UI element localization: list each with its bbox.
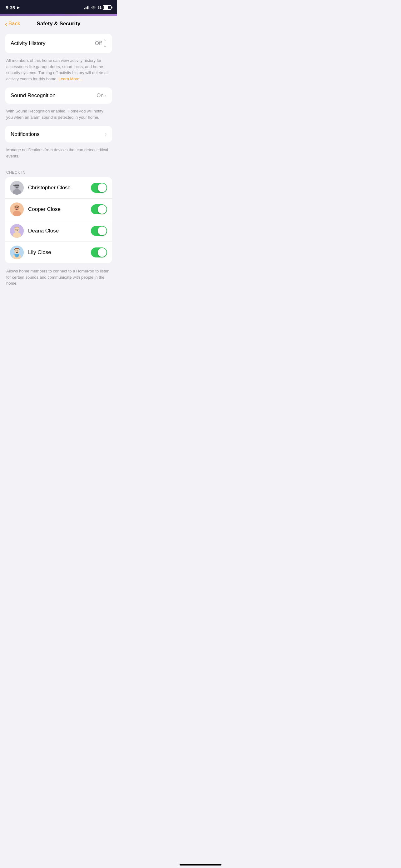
back-label: Back <box>8 21 20 27</box>
list-item: Christopher Close <box>5 177 112 199</box>
toggle-knob <box>98 183 106 192</box>
status-icons: 61 <box>84 5 111 10</box>
notifications-description: Manage notifications from devices that c… <box>5 145 112 163</box>
activity-history-card: Activity History Off ⌃⌄ <box>5 34 112 53</box>
check-in-bottom-description: Allows home members to connect to a Home… <box>5 266 112 289</box>
activity-history-value: Off ⌃⌄ <box>95 39 106 48</box>
nav-bar: ‹ Back Safety & Security <box>0 16 117 31</box>
check-in-list: Christopher Close <box>5 177 112 263</box>
page-title: Safety & Security <box>37 21 80 27</box>
svg-point-10 <box>15 207 16 208</box>
learn-more-link[interactable]: Learn More... <box>59 76 83 81</box>
stepper-icon: ⌃⌄ <box>103 39 106 48</box>
toggle-knob <box>98 205 106 214</box>
svg-point-1 <box>14 184 20 189</box>
svg-point-27 <box>18 251 19 252</box>
member-name: Christopher Close <box>28 185 91 191</box>
activity-history-description: All members of this home can view activi… <box>5 56 112 86</box>
toggle-knob <box>98 248 106 257</box>
check-in-section-label: CHECK IN <box>6 170 111 175</box>
location-icon: ▶ <box>17 5 20 10</box>
wifi-icon <box>91 6 96 9</box>
avatar <box>10 224 24 238</box>
svg-rect-5 <box>14 185 20 186</box>
notifications-chevron-icon: › <box>105 131 106 137</box>
lily-toggle[interactable] <box>91 247 107 257</box>
activity-history-label: Activity History <box>11 40 45 46</box>
svg-point-25 <box>18 251 19 251</box>
svg-point-24 <box>15 251 16 251</box>
sound-recognition-description: With Sound Recognition enabled, HomePod … <box>5 106 112 125</box>
check-in-section: CHECK IN Christopher Close <box>5 170 112 289</box>
status-bar: 5:35 ▶ 61 <box>0 0 117 14</box>
notifications-label: Notifications <box>11 131 40 137</box>
member-name: Deana Close <box>28 228 91 234</box>
signal-bars <box>84 6 89 9</box>
svg-point-12 <box>15 208 16 209</box>
back-button[interactable]: ‹ Back <box>5 21 20 27</box>
list-item: Cooper Close <box>5 199 112 220</box>
avatar <box>10 181 24 195</box>
cooper-toggle[interactable] <box>91 204 107 214</box>
main-content: Activity History Off ⌃⌄ All members of t… <box>0 31 117 303</box>
status-time: 5:35 <box>6 5 15 10</box>
deana-toggle[interactable] <box>91 226 107 236</box>
notifications-section: Notifications › Manage notifications fro… <box>5 126 112 163</box>
sound-recognition-section: Sound Recognition On › With Sound Recogn… <box>5 88 112 125</box>
list-item: Deana Close <box>5 220 112 242</box>
christopher-toggle[interactable] <box>91 183 107 193</box>
svg-point-26 <box>15 251 16 252</box>
avatar <box>10 246 24 259</box>
svg-rect-20 <box>17 229 19 230</box>
member-name: Cooper Close <box>28 206 91 213</box>
sound-recognition-card: Sound Recognition On › <box>5 88 112 104</box>
battery-icon <box>103 5 111 10</box>
activity-history-section: Activity History Off ⌃⌄ All members of t… <box>5 34 112 86</box>
sound-recognition-chevron-icon: › <box>105 93 106 98</box>
back-chevron-icon: ‹ <box>5 21 7 27</box>
svg-point-11 <box>18 207 19 208</box>
svg-point-15 <box>14 227 20 232</box>
battery-percent: 61 <box>98 6 101 9</box>
svg-rect-19 <box>15 229 16 230</box>
member-name: Lily Close <box>28 249 91 256</box>
svg-point-13 <box>18 208 19 209</box>
battery-indicator: 61 <box>98 5 111 10</box>
accent-bar <box>0 14 117 16</box>
activity-history-row[interactable]: Activity History Off ⌃⌄ <box>5 34 112 53</box>
svg-point-22 <box>14 249 20 254</box>
sound-recognition-row[interactable]: Sound Recognition On › <box>5 88 112 104</box>
sound-recognition-value: On › <box>97 92 106 99</box>
avatar <box>10 203 24 216</box>
notifications-card: Notifications › <box>5 126 112 143</box>
toggle-knob <box>98 226 106 235</box>
notifications-row[interactable]: Notifications › <box>5 126 112 143</box>
list-item: Lily Close <box>5 242 112 263</box>
sound-recognition-label: Sound Recognition <box>11 92 56 99</box>
